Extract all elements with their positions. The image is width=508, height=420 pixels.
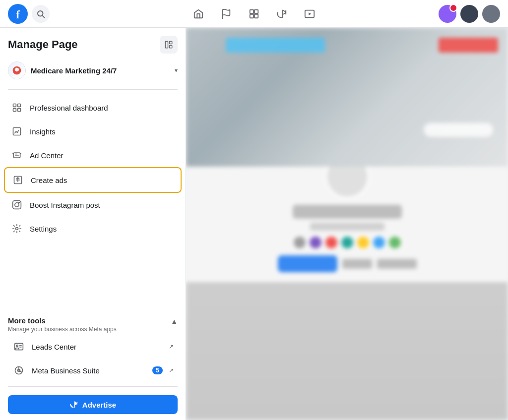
- svg-rect-3: [250, 9, 254, 13]
- sidebar-item-create-ads[interactable]: Create ads: [4, 167, 182, 193]
- sidebar-item-insights[interactable]: Insights: [4, 120, 182, 143]
- follower-avatar: [388, 236, 402, 249]
- facebook-f-icon: f: [16, 8, 20, 20]
- nav-center: [107, 2, 401, 26]
- notification-avatar-1[interactable]: [439, 5, 456, 23]
- nav-home-button[interactable]: [187, 2, 210, 26]
- sidebar-nav: Professional dashboard Insights: [0, 92, 186, 310]
- follower-avatar: [324, 236, 338, 249]
- megaphone-icon: [276, 8, 287, 19]
- page-dropdown-arrow: ▾: [175, 67, 178, 74]
- page-avatar: [8, 61, 26, 79]
- content-area: [186, 28, 508, 420]
- follower-avatar: [356, 236, 370, 249]
- svg-rect-9: [165, 41, 168, 48]
- profile-name-blurred: [293, 205, 402, 219]
- nav-pages-button[interactable]: [214, 2, 238, 26]
- leads-center-icon: [12, 340, 26, 354]
- secondary-action-blurred: [342, 259, 372, 269]
- settings-label: Settings: [30, 225, 176, 233]
- top-navigation: f: [0, 0, 508, 28]
- meta-business-suite-badge: 5: [152, 366, 163, 374]
- more-tools-chevron-icon: ▲: [171, 317, 178, 325]
- page-logo-icon: [12, 65, 22, 75]
- search-icon: [36, 9, 45, 18]
- nav-left: f: [8, 4, 107, 24]
- svg-rect-11: [170, 46, 172, 48]
- svg-rect-15: [18, 109, 21, 112]
- advertise-button[interactable]: Advertise: [8, 395, 178, 414]
- follower-avatar: [340, 236, 354, 249]
- boost-instagram-label: Boost Instagram post: [30, 201, 176, 209]
- collapse-icon: [164, 40, 173, 49]
- tertiary-action-blurred: [377, 259, 417, 269]
- meta-business-suite-external-icon: ↗: [169, 367, 174, 374]
- collapse-button[interactable]: [160, 36, 178, 54]
- svg-rect-6: [254, 14, 258, 17]
- search-button[interactable]: [32, 5, 50, 23]
- advertise-label: Advertise: [82, 401, 116, 409]
- main-layout: Manage Page Medicare Marketing 24/7 ▾: [0, 28, 508, 420]
- more-tools-header: More tools Manage your business across M…: [8, 316, 178, 333]
- dashboard-icon: [10, 101, 24, 115]
- sidebar: Manage Page Medicare Marketing 24/7 ▾: [0, 28, 186, 420]
- nav-video-button[interactable]: [298, 2, 321, 26]
- profile-sub-blurred: [310, 223, 384, 231]
- follower-avatar: [293, 236, 307, 249]
- svg-point-21: [16, 228, 18, 230]
- nav-ads-button[interactable]: [270, 2, 294, 26]
- sidebar-item-settings[interactable]: Settings: [4, 217, 182, 240]
- page-content-blurred: [186, 28, 508, 420]
- create-ads-icon: [11, 173, 25, 187]
- professional-dashboard-label: Professional dashboard: [30, 104, 176, 112]
- instagram-icon: [10, 198, 24, 212]
- sidebar-bottom: Advertise: [0, 389, 186, 420]
- home-icon: [193, 8, 204, 19]
- sidebar-divider-top: [8, 89, 178, 90]
- notification-avatar-3[interactable]: [482, 5, 500, 23]
- svg-rect-5: [250, 14, 254, 17]
- page-name: Medicare Marketing 24/7: [31, 66, 170, 75]
- flag-icon: [221, 8, 232, 19]
- sidebar-item-meta-business-suite[interactable]: Meta Business Suite 5 ↗: [8, 359, 178, 382]
- create-ads-label: Create ads: [31, 176, 175, 184]
- settings-icon: [10, 222, 24, 236]
- insights-icon: [10, 124, 24, 138]
- svg-point-0: [38, 11, 43, 16]
- more-tools-subtitle: Manage your business across Meta apps: [8, 326, 171, 333]
- sidebar-item-professional-dashboard[interactable]: Professional dashboard: [4, 96, 182, 120]
- profile-actions: [278, 255, 417, 272]
- svg-rect-13: [18, 104, 21, 107]
- nav-marketplace-button[interactable]: [242, 2, 266, 26]
- advertise-icon: [69, 400, 78, 409]
- cover-photo: [186, 28, 508, 167]
- svg-rect-10: [170, 41, 172, 44]
- leads-center-label: Leads Center: [32, 343, 163, 351]
- profile-section: [186, 167, 508, 282]
- marketplace-icon: [249, 8, 259, 19]
- leads-center-external-icon: ↗: [169, 343, 174, 350]
- page-selector[interactable]: Medicare Marketing 24/7 ▾: [0, 58, 186, 87]
- svg-marker-8: [309, 12, 312, 15]
- svg-rect-16: [13, 128, 21, 135]
- more-tools-section: More tools Manage your business across M…: [0, 310, 186, 384]
- notification-avatar-2[interactable]: [460, 5, 478, 23]
- facebook-logo[interactable]: f: [8, 4, 28, 24]
- sidebar-item-boost-instagram[interactable]: Boost Instagram post: [4, 193, 182, 217]
- nav-right: [401, 5, 500, 23]
- svg-point-23: [16, 345, 18, 347]
- followers-avatars: [293, 236, 402, 249]
- sidebar-divider-bottom: [8, 386, 178, 387]
- sidebar-item-leads-center[interactable]: Leads Center ↗: [8, 335, 178, 359]
- svg-rect-4: [254, 9, 258, 13]
- sidebar-header: Manage Page: [0, 28, 186, 58]
- follower-avatar: [372, 236, 386, 249]
- sidebar-title: Manage Page: [8, 38, 78, 51]
- svg-rect-12: [13, 104, 16, 107]
- svg-rect-14: [13, 109, 16, 112]
- sidebar-item-ad-center[interactable]: Ad Center: [4, 143, 182, 167]
- svg-point-20: [19, 202, 20, 203]
- svg-rect-18: [13, 201, 21, 209]
- svg-line-1: [43, 15, 45, 17]
- ad-center-icon: [10, 148, 24, 162]
